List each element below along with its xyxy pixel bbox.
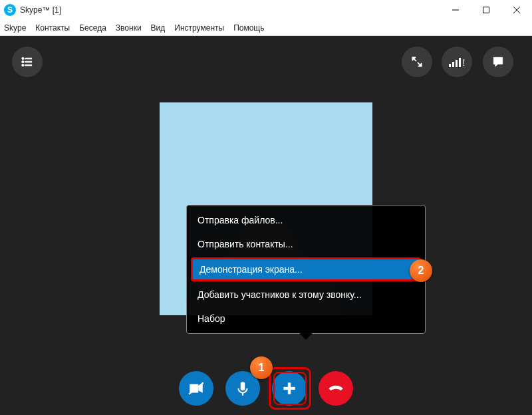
popup-tail-icon xyxy=(299,333,313,340)
minimize-button[interactable] xyxy=(440,0,471,20)
menu-item-tools[interactable]: Инструменты xyxy=(174,23,224,33)
expand-icon xyxy=(410,55,424,69)
toggle-camera-button[interactable] xyxy=(179,371,213,406)
svg-rect-7 xyxy=(25,61,32,63)
svg-rect-5 xyxy=(25,58,32,59)
add-actions-button[interactable] xyxy=(272,371,307,406)
chat-button[interactable] xyxy=(483,47,513,77)
close-button[interactable] xyxy=(501,0,532,20)
menu-item-contacts[interactable]: Контакты xyxy=(35,23,70,33)
menu-item-dialpad[interactable]: Набор xyxy=(187,307,425,331)
end-call-button[interactable] xyxy=(319,371,353,406)
call-controls xyxy=(179,371,353,406)
menu-item-add-participants[interactable]: Добавить участников к этому звонку... xyxy=(187,283,425,307)
menu-bar: Skype Контакты Беседа Звонки Вид Инструм… xyxy=(0,20,532,36)
call-area: ! xyxy=(0,36,532,415)
fullscreen-button[interactable] xyxy=(402,47,432,77)
call-quality-button[interactable]: ! xyxy=(442,47,472,77)
maximize-button[interactable] xyxy=(471,0,501,20)
menu-item-view[interactable]: Вид xyxy=(151,23,166,33)
list-icon xyxy=(21,55,34,69)
camera-off-icon xyxy=(188,380,205,397)
plus-icon xyxy=(281,380,298,397)
toggle-mic-button[interactable] xyxy=(225,371,260,406)
svg-rect-9 xyxy=(25,65,32,66)
menu-item-help[interactable]: Помощь xyxy=(233,23,264,33)
signal-icon: ! xyxy=(449,57,466,67)
window-title: Skype™ [1] xyxy=(20,5,61,15)
chat-icon xyxy=(491,55,505,69)
svg-rect-1 xyxy=(483,7,489,13)
menu-item-skype[interactable]: Skype xyxy=(4,23,26,33)
title-bar: S Skype™ [1] xyxy=(0,0,532,20)
mic-icon xyxy=(234,380,251,397)
menu-item-conversation[interactable]: Беседа xyxy=(79,23,106,33)
add-actions-menu: Отправка файлов... Отправить контакты...… xyxy=(186,205,426,334)
svg-point-4 xyxy=(22,57,24,59)
participants-list-button[interactable] xyxy=(12,47,43,77)
hangup-icon xyxy=(327,380,344,397)
svg-point-8 xyxy=(22,64,24,66)
menu-item-send-files[interactable]: Отправка файлов... xyxy=(187,208,425,232)
menu-item-send-contacts[interactable]: Отправить контакты... xyxy=(187,232,425,256)
menu-item-calls[interactable]: Звонки xyxy=(116,23,142,33)
svg-rect-13 xyxy=(241,382,245,390)
skype-logo-icon: S xyxy=(4,4,16,16)
menu-item-share-screen[interactable]: Демонстрация экрана... xyxy=(191,257,421,281)
svg-point-6 xyxy=(22,61,24,63)
